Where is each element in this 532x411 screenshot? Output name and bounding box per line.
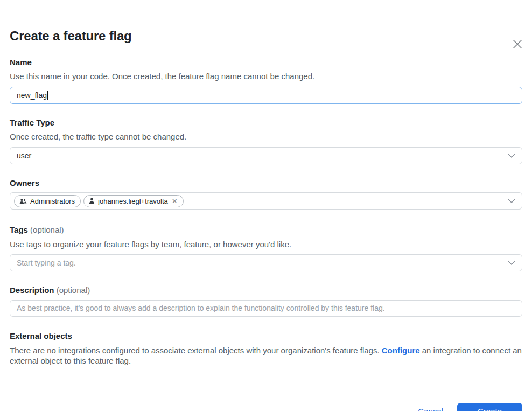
name-help-text: Use this name in your code. Once created… xyxy=(10,72,522,82)
name-input-value: new_flag xyxy=(17,91,47,100)
external-objects-text-before: There are no integrations configured to … xyxy=(10,346,382,355)
group-icon xyxy=(19,198,27,204)
traffic-type-help-text: Once created, the traffic type cannot be… xyxy=(10,132,522,142)
owner-chip-label: johannes.liegl+travolta xyxy=(98,197,168,205)
tags-select[interactable]: Start typing a tag. xyxy=(10,254,522,271)
close-icon xyxy=(512,38,523,50)
chevron-down-icon xyxy=(508,154,515,158)
external-objects-label: External objects xyxy=(10,331,522,340)
owner-chip-label: Administrators xyxy=(30,197,75,205)
dialog-footer: Cancel Create xyxy=(418,403,522,411)
external-objects-section: External objects There are no integratio… xyxy=(10,331,522,366)
traffic-type-select[interactable]: user xyxy=(10,147,522,164)
chevron-down-icon xyxy=(508,199,515,204)
close-button[interactable] xyxy=(510,37,524,51)
owners-chip-list: Administrators johannes.liegl+travolta ✕ xyxy=(14,195,184,207)
text-cursor xyxy=(47,91,48,100)
create-button[interactable]: Create xyxy=(457,403,522,411)
external-objects-text: There are no integrations configured to … xyxy=(10,346,522,366)
tags-section: Tags (optional) Use tags to organize you… xyxy=(10,225,522,271)
chevron-down-icon xyxy=(508,261,515,266)
tags-label: Tags (optional) xyxy=(10,225,522,234)
tags-label-text: Tags xyxy=(10,225,28,234)
dialog-title: Create a feature flag xyxy=(10,29,522,44)
description-optional-note: (optional) xyxy=(57,285,90,295)
name-section: Name Use this name in your code. Once cr… xyxy=(10,58,522,104)
description-label-text: Description xyxy=(10,285,54,295)
tags-placeholder: Start typing a tag. xyxy=(17,259,76,267)
description-input[interactable]: As best practice, it's good to always ad… xyxy=(10,300,522,317)
traffic-type-label: Traffic Type xyxy=(10,118,522,127)
description-label: Description (optional) xyxy=(10,285,522,295)
owners-select[interactable]: Administrators johannes.liegl+travolta ✕ xyxy=(10,192,522,210)
tags-help-text: Use tags to organize your feature flags … xyxy=(10,240,522,250)
traffic-type-section: Traffic Type Once created, the traffic t… xyxy=(10,118,522,164)
description-placeholder: As best practice, it's good to always ad… xyxy=(17,304,385,312)
owner-chip-user[interactable]: johannes.liegl+travolta ✕ xyxy=(83,195,184,207)
owner-chip-administrators[interactable]: Administrators xyxy=(14,195,81,207)
tags-optional-note: (optional) xyxy=(30,225,64,234)
name-label: Name xyxy=(10,58,522,67)
description-section: Description (optional) As best practice,… xyxy=(10,285,522,316)
name-input[interactable]: new_flag xyxy=(10,87,522,104)
traffic-type-selected-value: user xyxy=(17,151,31,160)
person-icon xyxy=(89,198,95,204)
configure-link[interactable]: Configure xyxy=(382,346,420,355)
chip-remove-icon[interactable]: ✕ xyxy=(172,198,178,205)
cancel-button[interactable]: Cancel xyxy=(418,407,443,411)
owners-label: Owners xyxy=(10,178,522,187)
create-feature-flag-dialog: Create a feature flag Name Use this name… xyxy=(0,29,532,411)
owners-section: Owners Administrators xyxy=(10,178,522,210)
